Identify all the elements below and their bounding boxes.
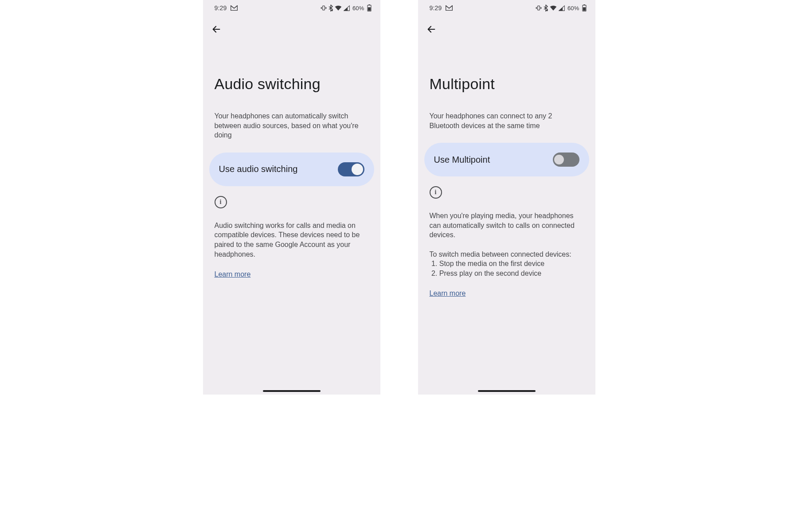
toggle-knob [352, 164, 363, 175]
svg-rect-4 [368, 7, 370, 11]
wifi-icon [550, 5, 557, 11]
page-subtitle: Your headphones can automatically switch… [203, 93, 380, 140]
info-icon: i [430, 186, 442, 199]
status-bar: 9:29 60% [418, 0, 595, 13]
toggle-switch[interactable] [338, 162, 364, 176]
svg-rect-5 [538, 6, 540, 10]
arrow-left-icon [426, 24, 436, 34]
learn-more-link[interactable]: Learn more [215, 270, 251, 278]
gmail-icon [231, 5, 238, 11]
bluetooth-icon [329, 4, 333, 12]
toggle-knob [554, 155, 564, 164]
svg-rect-3 [368, 4, 370, 5]
info-icon: i [215, 196, 227, 208]
info-body-text: Audio switching works for calls and medi… [203, 208, 380, 259]
page-title: Audio switching [203, 35, 380, 93]
gmail-icon [446, 5, 453, 11]
toggle-card-audio-switching[interactable]: Use audio switching [209, 153, 374, 186]
nav-pill[interactable] [263, 390, 321, 392]
status-bar: 9:29 60% [203, 0, 380, 13]
svg-point-1 [331, 10, 332, 11]
battery-icon [367, 4, 372, 12]
phone-multipoint: 9:29 60% [418, 0, 595, 395]
vibrate-icon [536, 5, 542, 11]
battery-percent: 60% [567, 5, 579, 12]
toggle-switch[interactable] [553, 153, 579, 167]
cell-signal-icon [344, 5, 350, 11]
page-title: Multipoint [418, 35, 595, 93]
status-time: 9:29 [430, 4, 442, 12]
arrow-left-icon [211, 24, 221, 34]
bluetooth-icon [544, 4, 548, 12]
back-button[interactable] [425, 23, 438, 35]
nav-pill[interactable] [478, 390, 536, 392]
svg-rect-8 [583, 4, 585, 5]
back-button[interactable] [210, 23, 223, 35]
vibrate-icon [321, 5, 327, 11]
toggle-card-multipoint[interactable]: Use Multipoint [424, 143, 589, 176]
info-body-text: When you're playing media, your headphon… [418, 199, 595, 278]
toggle-label: Use Multipoint [434, 155, 490, 165]
battery-percent: 60% [352, 5, 364, 12]
cell-signal-icon [559, 5, 565, 11]
battery-icon [582, 4, 587, 12]
wifi-icon [335, 5, 342, 11]
phone-audio-switching: 9:29 60% [203, 0, 380, 395]
page-subtitle: Your headphones can connect to any 2 Blu… [418, 93, 595, 130]
svg-rect-9 [583, 7, 585, 11]
learn-more-link[interactable]: Learn more [430, 289, 466, 297]
status-time: 9:29 [215, 4, 227, 12]
svg-point-6 [546, 10, 548, 11]
toggle-label: Use audio switching [219, 164, 298, 174]
svg-rect-0 [323, 6, 325, 10]
